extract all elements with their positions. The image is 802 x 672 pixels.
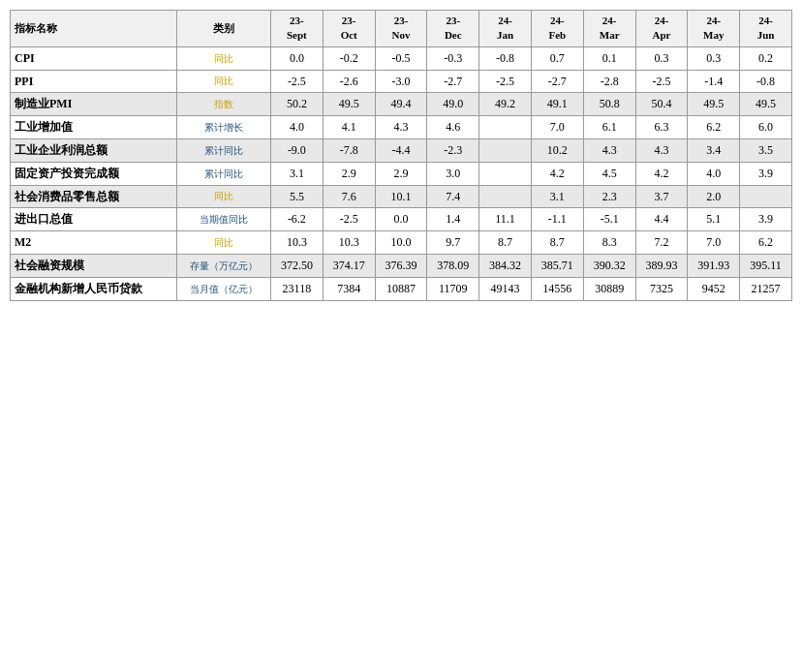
data-cell: 3.9 <box>740 208 792 231</box>
data-cell: 0.2 <box>740 46 792 70</box>
data-cell: -0.2 <box>323 46 375 70</box>
data-cell: 8.7 <box>479 231 532 255</box>
data-cell: 6.1 <box>583 116 635 139</box>
table-row: CPI同比0.0-0.2-0.5-0.3-0.80.70.10.30.30.2 <box>11 46 792 70</box>
table-row: 进出口总值当期值同比-6.2-2.50.01.411.1-1.1-5.14.45… <box>11 208 792 231</box>
row-type: 同比 <box>177 70 271 93</box>
data-cell: 4.3 <box>375 116 427 139</box>
data-cell: 0.3 <box>635 46 688 70</box>
header-cell-10: 24-May <box>688 11 740 47</box>
data-cell: -2.3 <box>427 138 479 162</box>
data-cell: 49.5 <box>740 93 792 116</box>
data-cell: 4.2 <box>531 162 583 185</box>
data-cell: 3.0 <box>427 162 479 185</box>
row-indicator-name: 制造业PMI <box>11 93 177 116</box>
data-cell: 2.9 <box>323 162 375 185</box>
data-cell: 4.1 <box>323 116 375 139</box>
data-cell: 7.0 <box>531 116 583 139</box>
data-cell <box>479 162 532 185</box>
row-type: 累计同比 <box>177 162 271 185</box>
data-cell: 5.1 <box>688 208 740 231</box>
data-cell: 2.0 <box>688 185 740 208</box>
data-cell: -0.8 <box>740 70 792 93</box>
data-cell: 0.1 <box>583 46 635 70</box>
data-cell: 11709 <box>427 277 479 300</box>
data-cell: 384.32 <box>479 254 532 277</box>
data-cell: -1.4 <box>688 70 740 93</box>
table-row: 制造业PMI指数50.249.549.449.049.249.150.850.4… <box>11 93 792 116</box>
table-row: 金融机构新增人民币贷款当月值（亿元）2311873841088711709491… <box>11 277 792 300</box>
data-cell: 385.71 <box>531 254 583 277</box>
data-cell: -9.0 <box>270 138 323 162</box>
data-cell: 3.4 <box>688 138 740 162</box>
table-row: 工业增加值累计增长4.04.14.34.67.06.16.36.26.0 <box>11 116 792 139</box>
data-cell: 0.0 <box>270 46 323 70</box>
data-cell: 10.2 <box>531 138 583 162</box>
data-cell: 49.1 <box>531 93 583 116</box>
data-cell: 49.2 <box>479 93 532 116</box>
data-cell: -2.7 <box>531 70 583 93</box>
table-row: 社会消费品零售总额同比5.57.610.17.43.12.33.72.0 <box>11 185 792 208</box>
header-cell-11: 24-Jun <box>740 11 792 47</box>
data-cell: 0.7 <box>531 46 583 70</box>
data-cell: 4.3 <box>635 138 688 162</box>
table-row: PPI同比-2.5-2.6-3.0-2.7-2.5-2.7-2.8-2.5-1.… <box>11 70 792 93</box>
data-cell: 11.1 <box>479 208 532 231</box>
row-type: 累计同比 <box>177 138 271 162</box>
data-cell: 7325 <box>635 277 688 300</box>
data-cell: 391.93 <box>688 254 740 277</box>
data-cell: 378.09 <box>427 254 479 277</box>
row-type: 指数 <box>177 93 271 116</box>
row-indicator-name: 金融机构新增人民币贷款 <box>11 277 177 300</box>
header-cell-0: 指标名称 <box>11 11 177 47</box>
data-cell: -2.5 <box>323 208 375 231</box>
data-cell: 10.0 <box>375 231 427 255</box>
data-cell: 10.3 <box>323 231 375 255</box>
data-cell: 9452 <box>688 277 740 300</box>
row-type: 存量（万亿元） <box>177 254 271 277</box>
data-cell: 8.7 <box>531 231 583 255</box>
data-cell: 14556 <box>531 277 583 300</box>
data-cell <box>479 185 532 208</box>
data-cell: 3.5 <box>740 138 792 162</box>
data-cell <box>479 138 532 162</box>
row-indicator-name: 工业企业利润总额 <box>11 138 177 162</box>
data-cell: 395.11 <box>740 254 792 277</box>
data-cell: 2.3 <box>583 185 635 208</box>
data-cell: 4.2 <box>635 162 688 185</box>
data-cell: 4.6 <box>427 116 479 139</box>
data-cell <box>479 116 532 139</box>
data-cell: 6.0 <box>740 116 792 139</box>
data-cell: -2.5 <box>270 70 323 93</box>
row-type: 当月值（亿元） <box>177 277 271 300</box>
data-cell: 8.3 <box>583 231 635 255</box>
data-cell: -0.5 <box>375 46 427 70</box>
data-cell: 49143 <box>479 277 532 300</box>
data-cell: 9.7 <box>427 231 479 255</box>
data-cell <box>740 185 792 208</box>
data-cell: 3.7 <box>635 185 688 208</box>
data-cell: 23118 <box>270 277 323 300</box>
data-cell: 3.1 <box>531 185 583 208</box>
data-cell: 21257 <box>740 277 792 300</box>
data-cell: 4.0 <box>270 116 323 139</box>
row-type: 同比 <box>177 231 271 255</box>
row-indicator-name: 社会消费品零售总额 <box>11 185 177 208</box>
data-cell: -2.7 <box>427 70 479 93</box>
data-cell: -6.2 <box>270 208 323 231</box>
header-cell-1: 类别 <box>177 11 271 47</box>
row-type: 同比 <box>177 185 271 208</box>
data-cell: 4.3 <box>583 138 635 162</box>
data-cell: -0.3 <box>427 46 479 70</box>
header-row: 指标名称类别23-Sept23-Oct23-Nov23-Dec24-Jan24-… <box>11 11 792 47</box>
data-cell: 50.4 <box>635 93 688 116</box>
data-cell: 389.93 <box>635 254 688 277</box>
data-cell: 4.4 <box>635 208 688 231</box>
data-cell: 6.2 <box>740 231 792 255</box>
data-cell: -7.8 <box>323 138 375 162</box>
row-indicator-name: PPI <box>11 70 177 93</box>
row-type: 同比 <box>177 46 271 70</box>
data-cell: 3.1 <box>270 162 323 185</box>
data-cell: 4.0 <box>688 162 740 185</box>
data-cell: -2.5 <box>635 70 688 93</box>
